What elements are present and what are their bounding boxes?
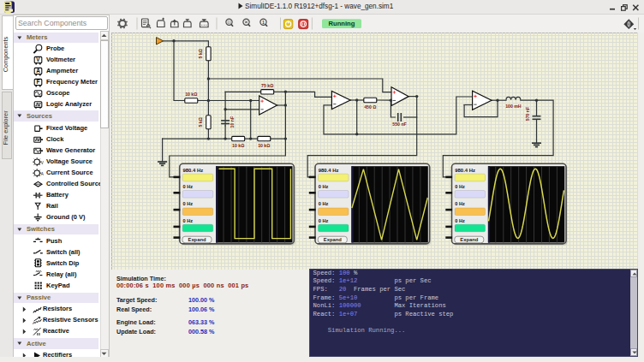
svg-text:Expand: Expand [460, 237, 478, 242]
svg-text:0 Hz: 0 Hz [183, 218, 194, 223]
svg-text:F: F [37, 79, 40, 85]
svg-text:0 Hz: 0 Hz [183, 201, 194, 206]
svg-text:0 Hz: 0 Hz [455, 201, 465, 206]
svg-text:10 kΩ: 10 kΩ [258, 143, 270, 148]
svg-text:A: A [36, 68, 40, 74]
svg-text:0 Hz: 0 Hz [319, 184, 329, 189]
svg-text:0 Hz: 0 Hz [319, 218, 329, 223]
svg-text:5 kΩ: 5 kΩ [198, 117, 203, 127]
svg-text:0 Hz: 0 Hz [455, 218, 465, 223]
svg-text:A: A [41, 171, 44, 175]
svg-text:10 kΩ: 10 kΩ [232, 143, 244, 148]
svg-text:570 nF: 570 nF [525, 107, 530, 121]
svg-text:550 nF: 550 nF [392, 122, 406, 127]
svg-text:5 kΩ: 5 kΩ [198, 49, 203, 58]
svg-text:10 kΩ: 10 kΩ [185, 92, 197, 97]
svg-text:Running: Running [329, 20, 355, 27]
svg-text:0 Hz: 0 Hz [319, 201, 329, 206]
svg-text:450 Ω: 450 Ω [364, 104, 376, 110]
svg-text:1: 1 [262, 20, 265, 25]
svg-text:100 mH: 100 mH [505, 104, 522, 109]
svg-text:980.4 Hz: 980.4 Hz [183, 168, 204, 173]
svg-text:V: V [41, 160, 44, 164]
svg-text:V: V [36, 56, 40, 62]
svg-text:980.4 Hz: 980.4 Hz [319, 168, 339, 173]
svg-text:980.4 Hz: 980.4 Hz [455, 168, 475, 173]
svg-text:Expand: Expand [324, 237, 342, 242]
svg-text:Expand: Expand [188, 237, 206, 242]
svg-text:10 nF: 10 nF [230, 116, 235, 128]
svg-text:0 Hz: 0 Hz [455, 184, 465, 189]
svg-text:0 Hz: 0 Hz [183, 184, 194, 189]
svg-text:75 kΩ: 75 kΩ [261, 83, 273, 88]
